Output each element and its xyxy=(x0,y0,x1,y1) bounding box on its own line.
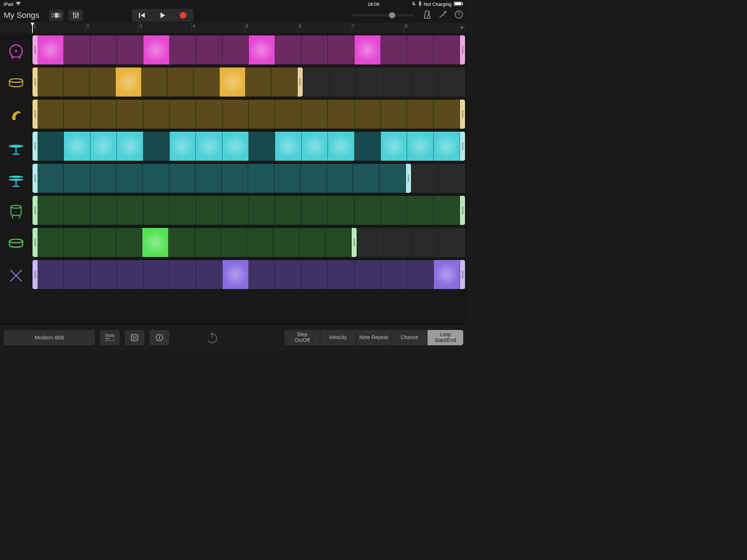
step-cell[interactable] xyxy=(116,228,142,257)
step-cell[interactable] xyxy=(142,67,167,97)
step-cell[interactable] xyxy=(167,67,193,97)
step-cell[interactable] xyxy=(143,35,170,65)
step-cell[interactable] xyxy=(434,35,460,65)
clap-track-icon[interactable] xyxy=(0,99,32,131)
step-cell[interactable] xyxy=(117,132,143,161)
step-cell[interactable] xyxy=(222,35,249,65)
loop-end-handle[interactable] xyxy=(406,164,411,193)
step-cell[interactable] xyxy=(38,100,64,129)
help-button[interactable]: ? xyxy=(454,10,463,20)
step-cell[interactable] xyxy=(245,67,271,97)
kit-selector-button[interactable]: Modern 808 xyxy=(4,330,95,345)
step-cell[interactable] xyxy=(273,228,299,257)
step-cell[interactable] xyxy=(381,132,407,161)
step-cell[interactable] xyxy=(196,164,222,193)
loop-start-handle[interactable] xyxy=(32,35,38,65)
step-cell[interactable] xyxy=(249,100,275,129)
mode-loop-start-end-button[interactable]: Loop Start/End xyxy=(427,330,463,345)
step-cell[interactable] xyxy=(325,228,352,257)
hihat-closed-track-icon[interactable] xyxy=(0,131,32,163)
step-cell[interactable] xyxy=(90,67,116,97)
mode-chance-button[interactable]: Chance xyxy=(392,330,427,345)
step-cell[interactable] xyxy=(407,260,433,289)
step-cell[interactable] xyxy=(63,67,89,97)
step-cell[interactable] xyxy=(38,67,63,97)
timeline-ruler[interactable]: 12345678 xyxy=(32,23,457,33)
step-cell[interactable] xyxy=(248,164,274,193)
play-button[interactable] xyxy=(152,9,173,22)
master-volume-slider[interactable] xyxy=(352,14,414,16)
step-cell[interactable] xyxy=(220,67,245,97)
step-cell[interactable] xyxy=(379,164,406,193)
loop-start-handle[interactable] xyxy=(32,100,38,129)
loop-start-handle[interactable] xyxy=(32,196,38,225)
hihat-open-track-icon[interactable] xyxy=(0,163,32,195)
step-cell[interactable] xyxy=(90,132,117,161)
step-cell[interactable] xyxy=(90,196,117,225)
step-cell[interactable] xyxy=(90,100,117,129)
step-cell[interactable] xyxy=(170,100,196,129)
step-cell[interactable] xyxy=(64,196,90,225)
kick-track-icon[interactable] xyxy=(0,35,32,67)
step-cell[interactable] xyxy=(222,132,249,161)
mode-step-on-off-button[interactable]: Step On/Off xyxy=(285,330,320,345)
record-button[interactable] xyxy=(173,9,193,22)
step-cell[interactable] xyxy=(90,164,116,193)
step-cell[interactable] xyxy=(271,67,297,97)
step-cell[interactable] xyxy=(328,196,354,225)
mode-velocity-button[interactable]: Velocity xyxy=(320,330,356,345)
step-cell[interactable] xyxy=(90,228,116,257)
step-cell[interactable] xyxy=(64,132,90,161)
step-cell[interactable] xyxy=(381,196,407,225)
step-cell[interactable] xyxy=(64,260,90,289)
tom-track-icon[interactable] xyxy=(0,195,32,228)
step-cell[interactable] xyxy=(38,260,64,289)
step-cell[interactable] xyxy=(222,260,249,289)
loop-end-handle[interactable] xyxy=(460,260,465,289)
pattern-settings-button[interactable] xyxy=(100,330,120,345)
step-cell[interactable] xyxy=(355,35,381,65)
step-cell[interactable] xyxy=(299,228,326,257)
loop-end-handle[interactable] xyxy=(352,228,357,257)
add-section-button[interactable]: + xyxy=(457,23,467,33)
step-cell[interactable] xyxy=(143,196,170,225)
step-cell[interactable] xyxy=(64,164,90,193)
step-cell[interactable] xyxy=(328,260,354,289)
step-cell[interactable] xyxy=(355,196,381,225)
step-cell[interactable] xyxy=(170,196,196,225)
step-cell[interactable] xyxy=(407,35,433,65)
step-cell[interactable] xyxy=(302,260,328,289)
step-cell[interactable] xyxy=(117,100,143,129)
step-cell[interactable] xyxy=(434,100,460,129)
playhead[interactable] xyxy=(32,23,33,33)
step-cell[interactable] xyxy=(169,164,196,193)
step-cell[interactable] xyxy=(355,260,381,289)
step-cell[interactable] xyxy=(117,35,143,65)
loop-end-handle[interactable] xyxy=(460,196,465,225)
step-cell[interactable] xyxy=(90,35,117,65)
step-cell[interactable] xyxy=(143,132,170,161)
step-cell[interactable] xyxy=(328,132,354,161)
step-cell[interactable] xyxy=(328,35,354,65)
step-cell[interactable] xyxy=(38,228,64,257)
loop-start-handle[interactable] xyxy=(32,67,38,97)
step-cell[interactable] xyxy=(274,164,301,193)
loop-start-handle[interactable] xyxy=(32,260,38,289)
step-cell[interactable] xyxy=(222,164,248,193)
step-cell[interactable] xyxy=(434,132,460,161)
step-cell[interactable] xyxy=(196,100,222,129)
mixer-button[interactable] xyxy=(69,9,83,21)
step-cell[interactable] xyxy=(64,228,90,257)
step-cell[interactable] xyxy=(355,100,381,129)
loop-start-handle[interactable] xyxy=(32,164,38,193)
info-button[interactable] xyxy=(150,330,169,345)
step-cell[interactable] xyxy=(407,132,433,161)
power-button[interactable] xyxy=(204,329,221,346)
loop-start-handle[interactable] xyxy=(32,132,38,161)
go-to-start-button[interactable] xyxy=(132,9,152,22)
step-cell[interactable] xyxy=(249,35,275,65)
step-cell[interactable] xyxy=(196,35,222,65)
step-cell[interactable] xyxy=(381,35,407,65)
step-cell[interactable] xyxy=(275,100,301,129)
step-cell[interactable] xyxy=(355,132,381,161)
